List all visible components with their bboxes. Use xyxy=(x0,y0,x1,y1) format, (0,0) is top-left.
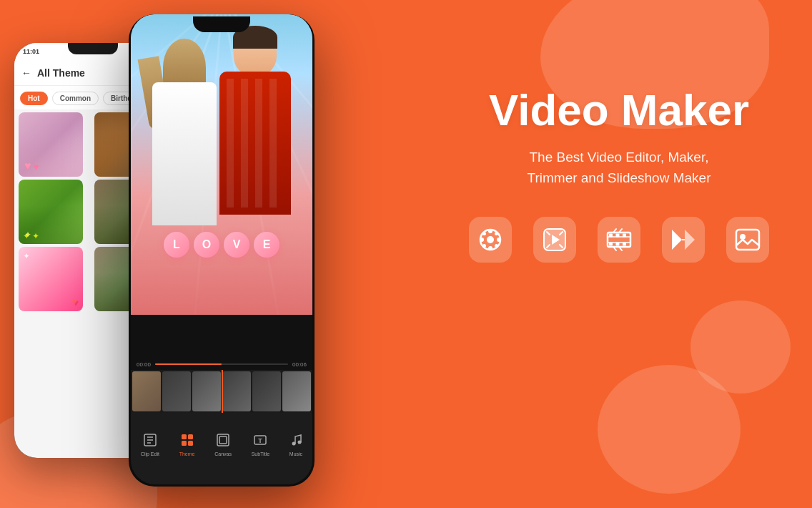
svg-point-3 xyxy=(488,246,492,250)
svg-point-2 xyxy=(488,229,492,233)
svg-point-5 xyxy=(497,238,501,242)
bottom-toolbar: Clip Edit Theme xyxy=(131,413,312,484)
time-end: 00:06 xyxy=(292,361,307,368)
film-cut-icon xyxy=(606,227,632,253)
timeline-playhead xyxy=(222,370,223,413)
toolbar-music[interactable]: Music xyxy=(289,434,302,456)
music-icon xyxy=(289,434,302,449)
star-play-icon-wrap xyxy=(533,217,576,263)
subtitle-icon: T xyxy=(254,434,267,449)
svg-rect-37 xyxy=(188,441,193,446)
bg-blob-mid-right xyxy=(690,301,791,394)
star-play-icon xyxy=(543,228,567,252)
svg-rect-15 xyxy=(609,234,613,238)
love-letter-E: E xyxy=(254,232,279,258)
thumb-field[interactable]: ✦ ✦ xyxy=(19,180,83,244)
svg-rect-34 xyxy=(182,434,187,439)
status-time: 11:01 xyxy=(23,48,39,55)
toolbar-clip-edit[interactable]: Clip Edit xyxy=(141,434,159,456)
timeline-frame-2 xyxy=(162,371,191,411)
svg-rect-28 xyxy=(736,230,759,250)
svg-rect-20 xyxy=(623,243,626,246)
svg-point-6 xyxy=(482,232,486,235)
svg-rect-36 xyxy=(182,441,187,446)
svg-rect-16 xyxy=(616,234,620,238)
feature-icons-row xyxy=(469,217,769,263)
svg-point-7 xyxy=(495,244,498,248)
timeline-time-bar: 00:00 00:06 xyxy=(131,357,312,371)
svg-point-1 xyxy=(487,236,494,243)
clip-edit-icon xyxy=(144,434,157,449)
app-title: Video Maker xyxy=(469,86,769,135)
svg-rect-39 xyxy=(219,436,227,444)
svg-rect-17 xyxy=(623,234,626,238)
toolbar-theme[interactable]: Theme xyxy=(179,434,195,456)
image-icon xyxy=(735,227,761,253)
svg-point-43 xyxy=(297,441,301,444)
phone-front: L O V E 00:00 00:06 xyxy=(129,14,315,487)
theme-label: Theme xyxy=(179,451,195,456)
time-scrubber-fill xyxy=(155,363,222,365)
svg-rect-18 xyxy=(609,243,613,246)
svg-marker-26 xyxy=(685,230,695,250)
time-start: 00:00 xyxy=(137,361,151,368)
subtitle-label: SubTitle xyxy=(252,451,269,456)
phone-front-screen: L O V E 00:00 00:06 xyxy=(131,14,312,484)
love-letter-L: L xyxy=(164,232,189,258)
timeline-strip xyxy=(131,370,312,413)
video-reel-icon xyxy=(477,227,503,253)
all-theme-title: All Theme xyxy=(37,67,85,79)
svg-rect-19 xyxy=(616,243,620,246)
svg-point-4 xyxy=(480,238,484,242)
woman-figure xyxy=(131,36,238,308)
svg-text:T: T xyxy=(259,437,263,444)
timeline-frame-4 xyxy=(222,371,251,411)
clip-edit-label: Clip Edit xyxy=(141,451,159,456)
time-scrubber[interactable] xyxy=(155,363,288,365)
svg-rect-35 xyxy=(188,434,193,439)
app-subtitle: The Best Video Editor, Maker, Trimmer an… xyxy=(469,147,769,188)
music-label: Music xyxy=(289,451,302,456)
image-icon-wrap xyxy=(726,217,769,263)
phones-container: 11:01 📶 🔋 ← All Theme Hot Common Birthda… xyxy=(14,14,429,501)
love-letter-O: O xyxy=(194,232,219,258)
svg-point-8 xyxy=(482,244,486,248)
thumb-girl2[interactable]: ♥ ✦ xyxy=(19,247,83,311)
main-photo-area: L O V E xyxy=(131,14,312,315)
svg-point-42 xyxy=(292,442,295,446)
timeline-frame-6 xyxy=(282,371,311,411)
thumb-girl1[interactable]: ♥ ♥ xyxy=(19,112,83,177)
pill-common[interactable]: Common xyxy=(52,92,99,105)
toolbar-canvas[interactable]: Canvas xyxy=(214,434,232,456)
film-cut-icon-wrap xyxy=(598,217,640,263)
toolbar-subtitle[interactable]: T SubTitle xyxy=(252,434,269,456)
phone-back-notch xyxy=(68,43,118,54)
front-notch xyxy=(193,16,250,32)
love-letter-V: V xyxy=(224,232,249,258)
pill-hot[interactable]: Hot xyxy=(20,92,48,105)
timeline-frame-5 xyxy=(252,371,281,411)
timeline-frame-3 xyxy=(192,371,221,411)
svg-point-9 xyxy=(495,232,498,235)
love-text: L O V E xyxy=(164,232,279,258)
video-reel-icon-wrap xyxy=(469,217,512,263)
transition-icon-wrap xyxy=(662,217,705,263)
canvas-label: Canvas xyxy=(214,451,232,456)
canvas-icon xyxy=(217,434,229,449)
right-content-panel: Video Maker The Best Video Editor, Maker… xyxy=(469,86,769,263)
transition-icon xyxy=(670,227,696,253)
timeline-frame-1 xyxy=(132,371,161,411)
theme-icon xyxy=(181,434,194,449)
back-button[interactable]: ← xyxy=(21,67,31,79)
svg-marker-25 xyxy=(672,230,682,250)
